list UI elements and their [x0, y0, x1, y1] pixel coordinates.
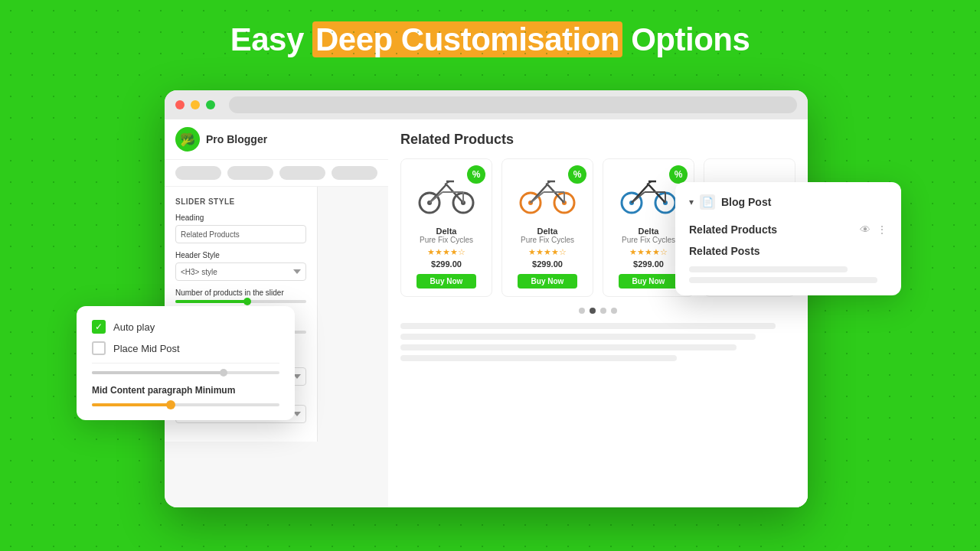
content-line-2 [400, 334, 756, 340]
brand-name: Pro Blogger [206, 133, 267, 145]
dots-icon[interactable]: ⋮ [877, 223, 887, 236]
blog-line-1 [689, 266, 848, 272]
product-name-1: Delta [409, 227, 484, 236]
dot-yellow [191, 100, 200, 109]
address-bar [229, 96, 797, 113]
blog-icon: 📄 [700, 194, 715, 210]
place-mid-row: Place Mid Post [92, 341, 279, 355]
place-mid-checkbox[interactable] [92, 341, 106, 355]
blog-header-title: Blog Post [721, 196, 887, 208]
browser-window: 🥦 Pro Blogger SLIDER STYLE Heading Heade… [165, 90, 808, 507]
product-card-1: % [400, 158, 492, 297]
product-brand-2: Pure Fix Cycles [510, 236, 585, 244]
sidebar-section-title: SLIDER STYLE [175, 197, 306, 206]
heading-input[interactable] [175, 225, 306, 243]
product-brand-1: Pure Fix Cycles [409, 236, 484, 244]
product-badge-2: % [568, 165, 586, 184]
autoplay-row: ✓ Auto play [92, 320, 279, 334]
product-stars-2: ★★★★☆ [510, 247, 585, 257]
autoplay-panel: ✓ Auto play Place Mid Post Mid Content p… [77, 306, 295, 420]
blog-line-2 [689, 277, 877, 283]
content-lines [400, 323, 795, 361]
nav-pill-2 [227, 166, 273, 180]
num-products-slider[interactable] [175, 300, 306, 303]
autoplay-label: Auto play [113, 321, 155, 333]
panel-divider [92, 363, 279, 364]
nav-pill-1 [175, 166, 221, 180]
highlight-text: Deep Customisation [312, 21, 622, 57]
content-line-3 [400, 344, 737, 350]
blog-row-1: Related Products 👁 ⋮ [689, 219, 887, 240]
product-name-2: Delta [510, 227, 585, 236]
blog-panel-header: ▾ 📄 Blog Post [689, 194, 887, 210]
heading-label: Heading [175, 214, 306, 222]
blog-content-lines [689, 266, 887, 283]
products-section-title: Related Products [400, 132, 795, 148]
eye-icon[interactable]: 👁 [860, 223, 871, 236]
autoplay-checkbox[interactable]: ✓ [92, 320, 106, 334]
dot-green [206, 100, 215, 109]
dot-2[interactable] [590, 308, 596, 314]
header-style-label: Header Style [175, 251, 306, 259]
dot-4[interactable] [611, 308, 617, 314]
mid-content-slider[interactable] [92, 403, 279, 406]
page-title: Easy Deep Customisation Options [0, 0, 980, 58]
blog-row-2: Related Posts [689, 240, 887, 262]
nav-pills [165, 160, 388, 187]
product-price-1: $299.00 [409, 259, 484, 269]
blog-row1-icons: 👁 ⋮ [860, 223, 887, 236]
content-line-1 [400, 323, 776, 329]
blog-row1-label: Related Products [689, 223, 777, 236]
content-line-4 [400, 355, 677, 361]
place-mid-label: Place Mid Post [113, 343, 180, 354]
buy-btn-3[interactable]: Buy Now [619, 274, 678, 289]
blog-panel: ▾ 📄 Blog Post Related Products 👁 ⋮ Relat… [675, 182, 901, 295]
carousel-dots [400, 308, 795, 314]
dot-3[interactable] [600, 308, 606, 314]
product-badge-3: % [669, 165, 688, 184]
blog-row2-label: Related Posts [689, 245, 760, 257]
product-card-2: % [501, 158, 593, 297]
dot-red [175, 100, 185, 109]
panel-slider-bar [92, 371, 279, 374]
dot-1[interactable] [579, 308, 585, 314]
product-badge-1: % [467, 165, 485, 184]
nav-pill-4 [332, 166, 377, 180]
browser-titlebar [165, 90, 808, 119]
buy-btn-1[interactable]: Buy Now [416, 274, 476, 289]
buy-btn-2[interactable]: Buy Now [518, 274, 577, 289]
product-stars-1: ★★★★☆ [409, 247, 484, 257]
main-content: Related Products % [388, 119, 808, 507]
product-price-2: $299.00 [510, 259, 585, 269]
nav-pill-3 [279, 166, 325, 180]
blog-expand-arrow[interactable]: ▾ [689, 197, 694, 207]
num-products-label: Number of products in the slider [175, 289, 306, 297]
mid-content-label: Mid Content paragraph Minimum [92, 385, 279, 396]
logo-icon: 🥦 [175, 127, 200, 152]
pro-blogger-logo: 🥦 Pro Blogger [165, 119, 388, 160]
header-style-select[interactable]: <H3> style [175, 262, 306, 281]
